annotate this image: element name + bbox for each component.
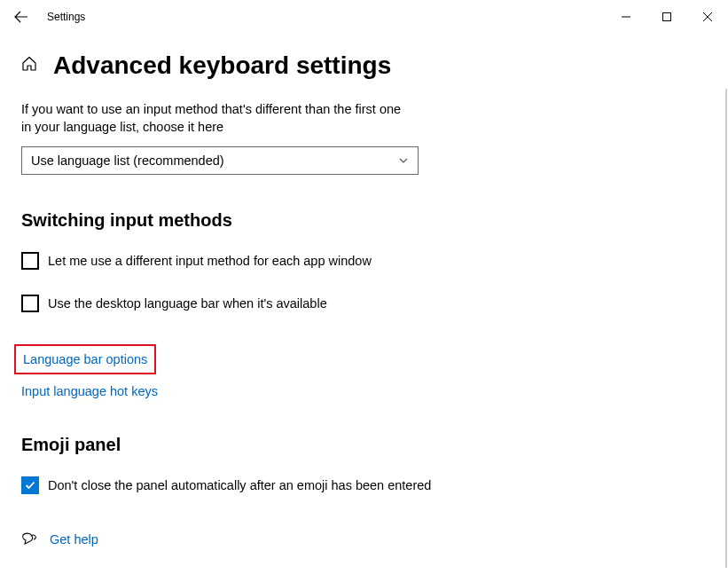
back-button[interactable] (0, 0, 43, 34)
titlebar: Settings (0, 0, 728, 34)
checkbox-desktop-langbar[interactable] (21, 295, 39, 312)
get-help-row[interactable]: Get help (21, 530, 707, 549)
intro-text: If you want to use an input method that'… (21, 101, 403, 136)
close-button[interactable] (687, 3, 728, 31)
link-language-bar-options[interactable]: Language bar options (23, 352, 147, 366)
help-icon (21, 530, 37, 549)
maximize-icon (662, 12, 671, 21)
titlebar-left: Settings (0, 0, 606, 34)
checkbox-label-desktop-langbar: Use the desktop language bar when it's a… (48, 296, 327, 311)
section-heading-emoji: Emoji panel (21, 435, 707, 455)
checkbox-emoji-panel[interactable] (21, 476, 39, 494)
checkbox-row-desktop-langbar: Use the desktop language bar when it's a… (21, 295, 707, 312)
dropdown-value: Use language list (recommended) (31, 153, 224, 168)
checkbox-row-emoji-panel: Don't close the panel automatically afte… (21, 476, 707, 494)
checkbox-row-per-app: Let me use a different input method for … (21, 252, 707, 270)
chevron-down-icon (398, 155, 409, 166)
link-get-help[interactable]: Get help (50, 532, 98, 547)
home-icon-svg (21, 56, 37, 72)
checkmark-icon (24, 479, 36, 492)
arrow-left-icon (14, 10, 28, 24)
minimize-button[interactable] (606, 3, 646, 31)
content: Advanced keyboard settings If you want t… (0, 34, 728, 570)
section-heading-switching: Switching input methods (21, 210, 707, 231)
minimize-icon (622, 12, 630, 21)
window-controls (606, 3, 728, 31)
scrollbar-thumb[interactable] (725, 89, 727, 568)
home-icon[interactable] (21, 56, 37, 75)
app-title: Settings (47, 11, 85, 23)
svg-rect-1 (663, 13, 671, 21)
page-title: Advanced keyboard settings (53, 51, 391, 80)
maximize-button[interactable] (646, 3, 687, 31)
page-header: Advanced keyboard settings (21, 51, 707, 80)
input-method-dropdown[interactable]: Use language list (recommended) (21, 146, 419, 175)
checkbox-per-app[interactable] (21, 252, 39, 270)
checkbox-label-per-app: Let me use a different input method for … (48, 254, 372, 268)
checkbox-label-emoji-panel: Don't close the panel automatically afte… (48, 478, 431, 492)
close-icon (703, 12, 712, 21)
highlight-box: Language bar options (14, 344, 156, 374)
link-input-language-hotkeys[interactable]: Input language hot keys (21, 384, 158, 398)
